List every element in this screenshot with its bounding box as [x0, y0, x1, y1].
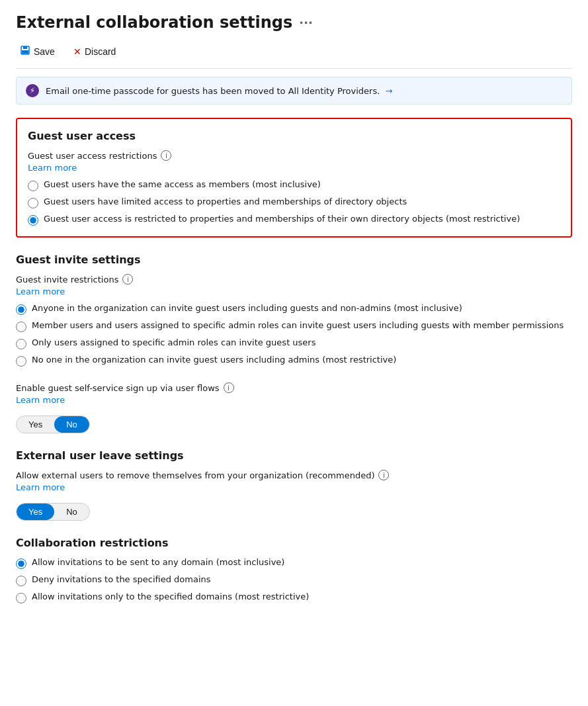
collaboration-restrictions-radio-group: Allow invitations to be sent to any doma…: [16, 557, 572, 603]
guest-user-access-title: Guest user access: [28, 130, 560, 142]
guest-invite-radio-0[interactable]: [16, 304, 26, 315]
guest-user-access-radio-group: Guest users have the same access as memb…: [28, 179, 560, 226]
collaboration-restrictions-section: Collaboration restrictions Allow invitat…: [16, 537, 572, 603]
external-leave-yes-button[interactable]: Yes: [17, 504, 54, 520]
collab-restriction-option-1[interactable]: Deny invitations to the specified domain…: [16, 574, 572, 586]
external-leave-learn-more[interactable]: Learn more: [16, 482, 65, 492]
guest-selfservice-toggle: Yes No: [16, 416, 90, 433]
guest-invite-radio-group: Anyone in the organization can invite gu…: [16, 303, 572, 367]
collab-restriction-option-0[interactable]: Allow invitations to be sent to any doma…: [16, 557, 572, 569]
toolbar: Save ✕ Discard: [16, 42, 572, 69]
guest-selfservice-info-icon[interactable]: i: [224, 382, 234, 393]
external-leave-no-button[interactable]: No: [54, 504, 89, 520]
guest-selfservice-label: Enable guest self-service sign up via us…: [16, 382, 572, 393]
external-leave-info-icon[interactable]: i: [378, 470, 389, 480]
collab-restriction-radio-1[interactable]: [16, 576, 26, 586]
notification-arrow[interactable]: →: [385, 86, 392, 96]
guest-invite-radio-2[interactable]: [16, 339, 26, 349]
notification-text: Email one-time passcode for guests has b…: [46, 86, 392, 96]
save-button[interactable]: Save: [16, 42, 59, 60]
external-leave-label: Allow external users to remove themselve…: [16, 470, 572, 480]
svg-rect-1: [23, 46, 27, 49]
guest-user-access-info-icon[interactable]: i: [161, 150, 171, 161]
guest-access-radio-2[interactable]: [28, 215, 38, 226]
guest-access-radio-0[interactable]: [28, 181, 38, 191]
guest-invite-option-2[interactable]: Only users assigned to specific admin ro…: [16, 337, 572, 349]
collab-restriction-radio-2[interactable]: [16, 593, 26, 603]
guest-invite-info-icon[interactable]: i: [122, 274, 133, 285]
guest-selfservice-section: Enable guest self-service sign up via us…: [16, 382, 572, 433]
guest-invite-radio-3[interactable]: [16, 356, 26, 367]
collaboration-restrictions-title: Collaboration restrictions: [16, 537, 572, 549]
notification-bar: ⚡ Email one-time passcode for guests has…: [16, 77, 572, 105]
guest-invite-label: Guest invite restrictions i: [16, 274, 572, 285]
svg-rect-2: [22, 50, 28, 54]
guest-invite-section: Guest invite settings Guest invite restr…: [16, 253, 572, 367]
collab-restriction-option-2[interactable]: Allow invitations only to the specified …: [16, 592, 572, 603]
guest-invite-option-3[interactable]: No one in the organization can invite gu…: [16, 355, 572, 367]
guest-user-access-learn-more[interactable]: Learn more: [28, 163, 77, 173]
guest-selfservice-learn-more[interactable]: Learn more: [16, 395, 65, 405]
guest-access-radio-1[interactable]: [28, 198, 38, 208]
guest-selfservice-no-button[interactable]: No: [54, 416, 89, 433]
guest-user-access-label: Guest user access restrictions i: [28, 150, 560, 161]
guest-selfservice-yes-button[interactable]: Yes: [17, 416, 54, 433]
guest-invite-learn-more[interactable]: Learn more: [16, 287, 65, 296]
external-leave-toggle: Yes No: [16, 503, 90, 521]
guest-user-access-section: Guest user access Guest user access rest…: [16, 118, 572, 238]
discard-icon: ✕: [73, 46, 81, 57]
more-options-icon[interactable]: ···: [299, 16, 313, 30]
guest-invite-title: Guest invite settings: [16, 253, 572, 266]
external-leave-title: External user leave settings: [16, 449, 572, 462]
discard-button[interactable]: ✕ Discard: [69, 44, 120, 60]
guest-access-option-1[interactable]: Guest users have limited access to prope…: [28, 197, 560, 208]
page-title: External collaboration settings ···: [16, 13, 572, 32]
guest-access-option-0[interactable]: Guest users have the same access as memb…: [28, 179, 560, 191]
notification-icon: ⚡: [26, 84, 39, 97]
save-icon: [20, 45, 30, 58]
guest-invite-option-0[interactable]: Anyone in the organization can invite gu…: [16, 303, 572, 315]
guest-invite-option-1[interactable]: Member users and users assigned to speci…: [16, 320, 572, 332]
collab-restriction-radio-0[interactable]: [16, 558, 26, 569]
guest-invite-radio-1[interactable]: [16, 322, 26, 332]
guest-access-option-2[interactable]: Guest user access is restricted to prope…: [28, 214, 560, 226]
external-leave-section: External user leave settings Allow exter…: [16, 449, 572, 521]
